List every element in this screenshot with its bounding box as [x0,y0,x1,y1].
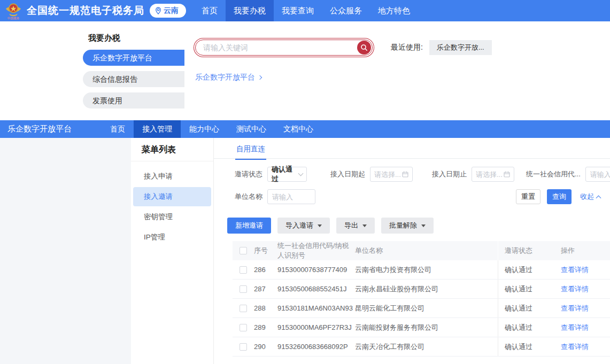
cell-status: 确认通过 [498,299,561,317]
row-checkbox[interactable] [240,285,247,293]
query-button[interactable]: 查询 [547,189,572,204]
view-detail-link[interactable]: 查看详情 [561,323,589,331]
tax-sidebar-title: 我要办税 [88,30,184,50]
invite-status-select[interactable]: 确认通过 [267,167,307,182]
import-invite-label: 导入邀请 [285,221,313,230]
credit-code-input[interactable] [585,167,610,182]
company-name-input[interactable] [267,189,315,204]
cell-status: 确认通过 [498,280,561,298]
sidebar-item-invoice-use[interactable]: 发票使用 [83,92,184,109]
calendar-icon [504,171,510,177]
select-all-checkbox[interactable] [240,247,247,254]
cell-status: 确认通过 [498,337,561,356]
invite-status-label: 邀请状态 [233,169,262,179]
menu-item-key-management[interactable]: 密钥管理 [133,207,211,227]
recent-used-item[interactable]: 乐企数字开放... [429,40,492,55]
cell-credit-code: 915300007638777409 [277,266,352,274]
date-from-label: 接入日期起 [330,169,365,179]
pnav-home[interactable]: 首页 [102,120,134,138]
view-detail-link[interactable]: 查看详情 [561,285,589,293]
table-header-row: 序号 统一社会信用代码/纳税人识别号 单位名称 邀请状态 操作 [233,241,610,260]
tab-row: 自用直连 [214,138,610,159]
import-invite-dropdown[interactable]: 导入邀请 [277,218,330,234]
row-checkbox[interactable] [240,343,247,351]
topnav-inquiry[interactable]: 我要查询 [274,0,322,21]
table-row: 290 91532600683668092P 云南天冶化工有限公司 确认通过 查… [233,337,610,357]
topnav-tax-services[interactable]: 我要办税 [226,0,274,21]
topnav-home[interactable]: 首页 [194,0,226,21]
tax-sidebar: 我要办税 乐企数字开放平台 综合信息报告 发票使用 [0,21,184,120]
cell-company: 昆明云能化工有限公司 [352,304,498,313]
location-pin-icon [155,7,161,14]
topnav-local-features[interactable]: 地方特色 [370,0,418,21]
header-company: 单位名称 [352,246,498,255]
collapse-label: 收起 [580,192,594,202]
location-label: 云南 [164,6,179,16]
row-checkbox[interactable] [240,324,247,331]
top-navbar: 中国税务 全国统一规范电子税务局 云南 首页 我要办税 我要查询 公众服务 地方… [0,0,610,21]
credit-code-label: 统一社会信用代... [526,169,581,179]
date-from-input[interactable] [374,171,402,179]
header-credit-code: 统一社会信用代码/纳税人识别号 [277,241,352,260]
view-detail-link[interactable]: 查看详情 [561,343,589,351]
table-row: 286 915300007638777409 云南省电力投资有限公司 确认通过 … [233,260,610,280]
tab-self-direct[interactable]: 自用直连 [235,138,266,160]
location-selector[interactable]: 云南 [150,4,186,18]
menu-panel: 菜单列表 接入申请 接入邀请 密钥管理 IP管理 [131,138,214,364]
cell-credit-code: 91530000MA6PF27R3J [277,323,352,331]
top-nav: 首页 我要办税 我要查询 公众服务 地方特色 [194,0,418,21]
date-to-label: 接入日期止 [432,169,467,179]
menu-item-access-apply[interactable]: 接入申请 [133,167,211,186]
caret-down-icon [421,224,426,227]
sidebar-item-info-report[interactable]: 综合信息报告 [83,71,184,87]
svg-text:中国税务: 中国税务 [7,17,20,20]
header-seq: 序号 [254,246,277,255]
cell-seq: 289 [254,323,277,331]
pnav-capability-center[interactable]: 能力中心 [181,120,228,138]
tax-services-panel: 我要办税 乐企数字开放平台 综合信息报告 发票使用 最近使用: 乐企数字开放..… [0,21,610,120]
batch-remove-dropdown[interactable]: 批量解除 [381,218,434,234]
search-button[interactable] [357,41,371,55]
chevron-up-icon [596,195,601,200]
menu-item-ip-management[interactable]: IP管理 [133,228,211,247]
keyword-search-box [195,40,373,56]
pnav-doc-center[interactable]: 文档中心 [275,120,322,138]
row-checkbox[interactable] [240,305,247,312]
date-to-picker[interactable] [472,167,514,182]
row-checkbox[interactable] [240,266,247,274]
reset-button[interactable]: 重置 [516,189,540,204]
pnav-test-center[interactable]: 测试中心 [228,120,275,138]
date-from-picker[interactable] [370,167,413,182]
action-row: 新增邀请 导入邀请 导出 批量解除 [227,218,610,234]
table-row: 289 91530000MA6PF27R3J 云南能投财务服务有限公司 确认通过… [233,318,610,337]
platform-navbar: 乐企数字开放平台 首页 接入管理 能力中心 测试中心 文档中心 [0,120,610,138]
export-dropdown[interactable]: 导出 [336,218,375,234]
menu-item-access-invite[interactable]: 接入邀请 [133,187,211,206]
add-invite-button[interactable]: 新增邀请 [227,218,271,234]
cell-company: 云南省电力投资有限公司 [352,265,498,275]
cell-company: 云南永昌硅业股份有限公司 [352,284,498,294]
header-action: 操作 [561,246,610,255]
cell-seq: 287 [254,285,277,293]
view-detail-link[interactable]: 查看详情 [561,304,589,312]
left-background [0,138,131,364]
pnav-access-management[interactable]: 接入管理 [134,120,181,138]
date-to-input[interactable] [476,171,504,179]
search-icon [360,44,368,51]
collapse-toggle[interactable]: 收起 [580,192,600,202]
batch-remove-label: 批量解除 [389,221,417,230]
caret-down-icon [318,224,322,227]
topnav-public-services[interactable]: 公众服务 [322,0,370,21]
view-detail-link[interactable]: 查看详情 [561,266,589,274]
keyword-search-input[interactable] [203,43,357,52]
main-content: 自用直连 邀请状态 确认通过 接入日期起 [214,138,610,364]
company-name-label: 单位名称 [233,192,262,202]
sidebar-item-leqi-platform[interactable]: 乐企数字开放平台 [83,50,184,66]
filter-form: 邀请状态 确认通过 接入日期起 [214,159,610,204]
platform-brand: 乐企数字开放平台 [0,124,79,134]
cell-credit-code: 91532600683668092P [277,343,352,351]
chevron-right-icon [258,75,262,80]
cell-status: 确认通过 [498,318,561,337]
cell-credit-code: 91530181MA6N03AN93 [277,304,352,312]
leqi-platform-link[interactable]: 乐企数字开放平台 [195,73,261,82]
